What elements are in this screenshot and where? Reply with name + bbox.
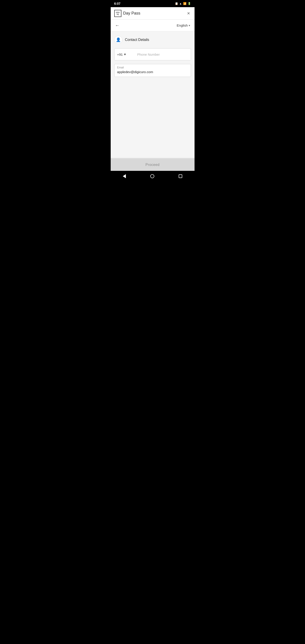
- proceed-label: Proceed: [145, 163, 160, 166]
- phone-number-input[interactable]: [134, 48, 191, 60]
- email-field-wrapper: Email appledev@digicuro.com: [114, 64, 191, 77]
- nav-back-button[interactable]: [118, 173, 130, 179]
- battery-icon: 🔋: [188, 2, 191, 5]
- status-time: 6:07: [114, 2, 120, 5]
- country-code-button[interactable]: +91 ▾: [114, 48, 134, 60]
- language-button[interactable]: English ▾: [176, 22, 191, 28]
- email-label: Email: [117, 66, 188, 69]
- nav-bar: ← English ▾: [111, 20, 194, 31]
- nav-recents-button[interactable]: [174, 174, 187, 179]
- country-code-chevron-icon: ▾: [124, 52, 126, 56]
- phone-number-row: +91 ▾: [114, 48, 191, 60]
- wifi-icon: ▲: [179, 2, 182, 5]
- signal-icon: 📶: [183, 2, 186, 5]
- country-code-text: +91: [117, 52, 123, 56]
- section-title: Contact Details: [125, 38, 149, 42]
- chevron-down-icon: ▾: [189, 24, 190, 27]
- bottom-area: Proceed: [111, 158, 194, 171]
- content-area: 👤 Contact Details +91 ▾ Email appledev@d…: [111, 31, 194, 158]
- app-title: Day Pass: [123, 11, 140, 16]
- app-bar: OFISSQ Day Pass ×: [111, 7, 194, 20]
- clipboard-icon: 📋: [175, 2, 178, 5]
- nav-home-button[interactable]: [146, 173, 159, 179]
- recents-square-icon: [179, 174, 182, 178]
- back-arrow-icon: ←: [115, 23, 120, 28]
- contact-icon: 👤: [114, 36, 122, 44]
- back-button[interactable]: ←: [114, 22, 120, 29]
- app-logo: OFISSQ Day Pass: [114, 10, 140, 17]
- email-value: appledev@digicuro.com: [117, 70, 153, 74]
- back-triangle-icon: [123, 174, 126, 178]
- close-icon: ×: [187, 10, 190, 16]
- person-icon: 👤: [116, 37, 121, 42]
- language-label: English: [177, 24, 188, 27]
- proceed-button[interactable]: Proceed: [111, 159, 194, 171]
- section-header: 👤 Contact Details: [114, 36, 191, 44]
- phone-frame: 6:07 📋 ▲ 📶 🔋 OFISSQ Day Pass × ← E: [111, 0, 194, 182]
- logo-text: OFISSQ: [116, 12, 120, 15]
- logo-box: OFISSQ: [114, 10, 122, 17]
- home-circle-icon: [150, 174, 154, 178]
- status-icons: 📋 ▲ 📶 🔋: [175, 2, 191, 5]
- close-button[interactable]: ×: [186, 10, 191, 17]
- status-bar: 6:07 📋 ▲ 📶 🔋: [111, 0, 194, 7]
- bottom-nav: [111, 171, 194, 182]
